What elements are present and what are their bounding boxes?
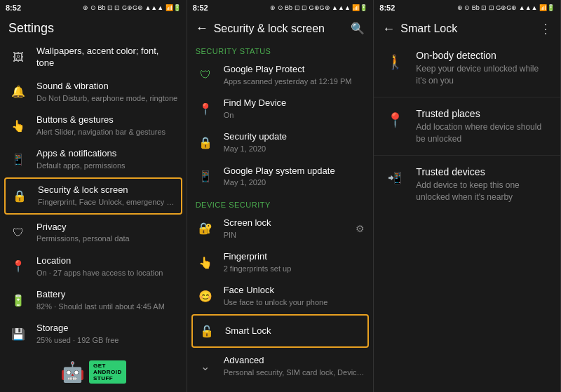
advanced-text: Advanced Personal security, SIM card loc… — [224, 355, 365, 377]
buttons-text: Buttons & gestures Alert Slider, navigat… — [36, 114, 178, 137]
location-subtitle: On · 27 apps have access to location — [36, 268, 178, 278]
fingerprint-title: Fingerprint — [224, 251, 365, 263]
battery-text: Battery 82% · Should last until about 4:… — [36, 289, 178, 311]
smart-lock-title: Smart Lock — [225, 325, 364, 337]
privacy-subtitle: Permissions, personal data — [36, 234, 178, 243]
fingerprint-subtitle: 2 fingerprints set up — [224, 264, 365, 273]
buttons-title: Buttons & gestures — [36, 114, 178, 126]
sound-title: Sound & vibration — [36, 81, 178, 93]
wallpapers-icon: 🖼 — [8, 48, 28, 67]
settings-item-wallpapers[interactable]: 🖼 Wallpapers, accent color; font, tone — [0, 40, 187, 75]
privacy-text: Privacy Permissions, personal data — [36, 222, 178, 244]
settings-panel: 8:52 ⊕ ⊙ Bb ⊡ ⊡ G⊕G⊕ ▲▲▲ 📶🔋 Settings 🖼 W… — [0, 0, 187, 392]
settings-item-storage[interactable]: 💾 Storage 25% used · 192 GB free — [0, 317, 187, 351]
play-system-subtitle: May 1, 2020 — [224, 177, 365, 187]
advanced-subtitle: Personal security, SIM card lock, Device… — [224, 367, 365, 377]
sl-item-trusted-devices[interactable]: 📲 Trusted devices Add device to keep thi… — [374, 157, 560, 212]
watermark: 🤖 GETANDROIDSTUFF — [60, 360, 126, 384]
trusted-devices-subtitle: Add device to keep this one unlocked whe… — [416, 180, 550, 203]
location-title: Location — [36, 255, 178, 267]
security-item-advanced[interactable]: ⌄ Advanced Personal security, SIM card l… — [187, 349, 374, 383]
trusted-places-icon: 📍 — [384, 109, 406, 131]
screen-lock-gear-icon[interactable]: ⚙ — [356, 223, 365, 234]
privacy-icon: 🛡 — [8, 223, 28, 243]
sl-item-trusted-places[interactable]: 📍 Trusted places Add location where devi… — [374, 99, 560, 154]
security-item-find-device[interactable]: 📍 Find My Device On — [187, 92, 374, 126]
wallpapers-text: Wallpapers, accent color; font, tone — [36, 46, 178, 69]
play-system-icon: 📱 — [196, 167, 215, 187]
settings-item-location[interactable]: 📍 Location On · 27 apps have access to l… — [0, 250, 187, 283]
settings-item-security[interactable]: 🔒 Security & lock screen Fingerprint, Fa… — [4, 177, 182, 214]
security-update-subtitle: May 1, 2020 — [224, 144, 365, 154]
on-body-icon: 🚶 — [384, 50, 406, 73]
find-device-subtitle: On — [224, 110, 365, 120]
sl-item-on-body[interactable]: 🚶 On-body detection Keep your device unl… — [374, 41, 560, 95]
screen-lock-text: Screen lock PIN — [224, 217, 351, 240]
security-subtitle: Fingerprint, Face Unlock, emergency resc… — [38, 197, 177, 207]
find-device-text: Find My Device On — [224, 97, 365, 120]
watermark-robot-icon: 🤖 — [60, 360, 85, 384]
security-item-update[interactable]: 🔒 Security update May 1, 2020 — [187, 126, 374, 159]
apps-title: Apps & notifications — [36, 148, 178, 160]
battery-subtitle: 82% · Should last until about 4:45 AM — [36, 302, 178, 311]
section-security-status: SECURITY STATUS — [187, 40, 374, 58]
status-time-2: 8:52 — [193, 4, 208, 12]
apps-text: Apps & notifications Default apps, permi… — [36, 148, 178, 170]
settings-item-sound[interactable]: 🔔 Sound & vibration Do Not Disturb, earp… — [0, 75, 187, 109]
smart-lock-text: Smart Lock — [225, 325, 364, 337]
notification-icons-1: ⊕ ⊙ Bb ⊡ ⊡ G⊕G⊕ ▲▲▲ 📶🔋 — [83, 4, 180, 11]
face-unlock-title: Face Unlock — [224, 285, 365, 297]
play-protect-title: Google Play Protect — [224, 64, 365, 76]
notification-icons-3: ⊕ ⊙ Bb ⊡ ⊡ G⊕G⊕ ▲▲▲ 📶🔋 — [457, 4, 555, 11]
trusted-places-text: Trusted places Add location where device… — [416, 107, 550, 145]
screen-lock-title: Screen lock — [224, 217, 351, 229]
storage-text: Storage 25% used · 192 GB free — [36, 323, 178, 345]
security-item-play-protect[interactable]: 🛡 Google Play Protect Apps scanned yeste… — [187, 58, 374, 92]
security-back-button[interactable]: ← — [196, 21, 208, 36]
smart-lock-more-button[interactable]: ⋮ — [539, 21, 552, 36]
security-list: SECURITY STATUS 🛡 Google Play Protect Ap… — [187, 40, 374, 392]
security-item-fingerprint[interactable]: 👆 Fingerprint 2 fingerprints set up — [187, 245, 374, 279]
on-body-subtitle: Keep your device unlocked while it's on … — [416, 63, 550, 87]
settings-header: Settings — [0, 15, 187, 40]
on-body-title: On-body detection — [416, 49, 550, 62]
security-item-screen-lock[interactable]: 🔐 Screen lock PIN ⚙ — [187, 212, 374, 245]
settings-item-privacy[interactable]: 🛡 Privacy Permissions, personal data — [0, 216, 187, 250]
security-item-smart-lock[interactable]: 🔓 Smart Lock — [191, 314, 370, 348]
security-item-face-unlock[interactable]: 😊 Face Unlock Use face to unlock your ph… — [187, 279, 374, 313]
screen-lock-icon: 🔐 — [196, 219, 215, 238]
play-system-title: Google Play system update — [224, 165, 365, 177]
divider-1 — [374, 97, 560, 97]
settings-item-battery[interactable]: 🔋 Battery 82% · Should last until about … — [0, 283, 187, 317]
security-update-text: Security update May 1, 2020 — [224, 131, 365, 154]
face-unlock-icon: 😊 — [196, 286, 215, 306]
advanced-title: Advanced — [224, 355, 365, 367]
security-item-play-system[interactable]: 📱 Google Play system update May 1, 2020 — [187, 160, 374, 194]
security-search-button[interactable]: 🔍 — [351, 22, 365, 35]
settings-item-buttons[interactable]: 👆 Buttons & gestures Alert Slider, navig… — [0, 109, 187, 142]
security-title: Security & lock screen — [214, 22, 325, 35]
settings-item-apps[interactable]: 📱 Apps & notifications Default apps, per… — [0, 142, 187, 176]
smart-lock-header-left: ← Smart Lock — [382, 22, 457, 36]
settings-title: Settings — [8, 21, 54, 35]
advanced-icon: ⌄ — [196, 356, 215, 376]
status-time-1: 8:52 — [6, 4, 21, 12]
find-device-title: Find My Device — [224, 97, 365, 109]
status-bar-1: 8:52 ⊕ ⊙ Bb ⊡ ⊡ G⊕G⊕ ▲▲▲ 📶🔋 — [0, 0, 187, 15]
privacy-title: Privacy — [36, 222, 178, 234]
wallpapers-title: Wallpapers, accent color; font, tone — [36, 46, 178, 69]
sound-text: Sound & vibration Do Not Disturb, earpho… — [36, 81, 178, 103]
status-time-3: 8:52 — [379, 4, 395, 12]
face-unlock-text: Face Unlock Use face to unlock your phon… — [224, 285, 365, 307]
security-icon: 🔒 — [10, 186, 29, 205]
storage-icon: 💾 — [8, 324, 28, 344]
location-text: Location On · 27 apps have access to loc… — [36, 255, 178, 278]
play-protect-subtitle: Apps scanned yesterday at 12:19 PM — [224, 76, 365, 86]
storage-subtitle: 25% used · 192 GB free — [36, 335, 178, 345]
status-bar-2: 8:52 ⊕ ⊙ Bb ⊡ ⊡ G⊕G⊕ ▲▲▲ 📶🔋 — [187, 0, 374, 15]
buttons-subtitle: Alert Slider, navigation bar & gestures — [36, 127, 178, 137]
smart-lock-back-button[interactable]: ← — [382, 22, 395, 36]
section-device-security: DEVICE SECURITY — [187, 194, 374, 212]
buttons-icon: 👆 — [8, 116, 28, 135]
trusted-devices-text: Trusted devices Add device to keep this … — [416, 165, 550, 203]
